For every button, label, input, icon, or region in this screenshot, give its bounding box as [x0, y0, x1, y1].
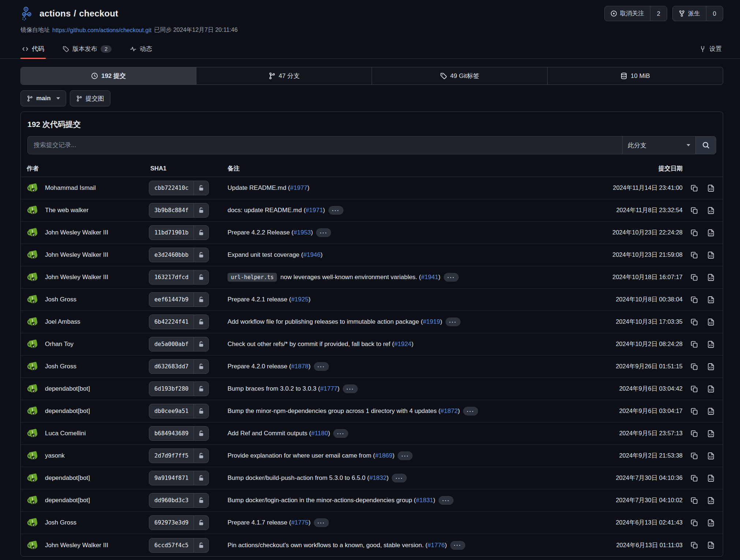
view-file-at-commit-icon[interactable]	[707, 274, 715, 281]
issue-link[interactable]: #1775	[291, 519, 308, 526]
copy-sha-icon[interactable]	[691, 274, 698, 281]
commit-sha-badge[interactable]: 2d7d9f7ff5	[149, 448, 209, 463]
commit-sha-badge[interactable]: 6d193bf280	[149, 382, 209, 396]
commit-message[interactable]: Add Ref and Commit outputs (#1180)	[228, 430, 330, 437]
issue-link[interactable]: #1831	[416, 497, 433, 504]
stat-branches[interactable]: 47 分支	[196, 67, 372, 84]
commit-sha-badge[interactable]: 11bd71901b	[149, 225, 209, 240]
issue-link[interactable]: #1776	[428, 542, 445, 549]
tab-activity[interactable]: 动态	[128, 40, 154, 59]
commit-message[interactable]: Prepare 4.2.2 Release (#1953)	[228, 229, 313, 236]
commit-search-input[interactable]	[28, 136, 622, 154]
commit-message[interactable]: Check out other refs/* by commit if prov…	[228, 341, 413, 348]
expand-commit-button[interactable]: ···	[450, 541, 465, 550]
unwatch-button[interactable]: 取消关注 2	[604, 6, 667, 21]
view-file-at-commit-icon[interactable]	[707, 251, 715, 259]
issue-link[interactable]: #1925	[291, 296, 308, 303]
commit-sha-badge[interactable]: e3d2460bbb	[149, 248, 209, 262]
commit-sha-badge[interactable]: dd960bd3c3	[149, 493, 209, 508]
copy-sha-icon[interactable]	[691, 430, 698, 437]
branch-selector[interactable]: main	[20, 90, 66, 106]
commit-message[interactable]: Add workflow file for publishing release…	[228, 318, 442, 326]
issue-link[interactable]: #1977	[290, 184, 307, 191]
expand-commit-button[interactable]: ···	[444, 273, 459, 282]
copy-sha-icon[interactable]	[691, 541, 698, 549]
issue-link[interactable]: #1953	[294, 229, 311, 236]
expand-commit-button[interactable]: ···	[316, 228, 331, 237]
fork-button[interactable]: 派生 0	[672, 6, 723, 21]
copy-sha-icon[interactable]	[691, 385, 698, 393]
issue-link[interactable]: #1872	[440, 407, 458, 414]
expand-commit-button[interactable]: ···	[333, 429, 348, 438]
commit-sha-badge[interactable]: 163217dfcd	[149, 270, 209, 285]
issue-link[interactable]: #1777	[320, 385, 337, 392]
view-file-at-commit-icon[interactable]	[707, 296, 715, 304]
expand-commit-button[interactable]: ···	[398, 451, 413, 460]
stat-tags[interactable]: 49 Git标签	[372, 67, 548, 84]
commit-message[interactable]: Provide explanation for where user email…	[228, 452, 394, 459]
view-file-at-commit-icon[interactable]	[707, 207, 715, 214]
repo-owner-link[interactable]: actions	[40, 8, 71, 18]
commit-sha-badge[interactable]: 3b9b8c884f	[149, 203, 209, 218]
repo-name-link[interactable]: checkout	[79, 8, 118, 18]
copy-sha-icon[interactable]	[691, 341, 698, 348]
commit-sha-badge[interactable]: b684943689	[149, 426, 209, 441]
issue-link[interactable]: #1180	[311, 430, 328, 437]
expand-commit-button[interactable]: ···	[463, 407, 478, 416]
commit-sha-badge[interactable]: 692973e3d9	[149, 515, 209, 530]
view-file-at-commit-icon[interactable]	[707, 341, 715, 348]
expand-commit-button[interactable]: ···	[392, 474, 407, 482]
copy-sha-icon[interactable]	[691, 363, 698, 371]
commit-message[interactable]: Prepare 4.2.1 release (#1925)	[228, 296, 311, 303]
copy-sha-icon[interactable]	[691, 474, 698, 482]
commit-message[interactable]: Bump docker/build-push-action from 5.3.0…	[228, 474, 388, 482]
commit-sha-badge[interactable]: 6ccd57f4c5	[149, 538, 209, 553]
tab-code[interactable]: 代码	[20, 40, 46, 59]
view-file-at-commit-icon[interactable]	[707, 519, 715, 527]
commit-sha-badge[interactable]: 9a9194f871	[149, 471, 209, 485]
commit-message[interactable]: Bump docker/login-action in the minor-ac…	[228, 497, 435, 504]
tab-settings[interactable]: 设置	[698, 40, 723, 59]
commit-sha-badge[interactable]: eef61447b9	[149, 292, 209, 307]
view-file-at-commit-icon[interactable]	[707, 452, 715, 460]
view-file-at-commit-icon[interactable]	[707, 363, 715, 371]
commit-graph-button[interactable]: 提交图	[70, 90, 110, 106]
stat-size[interactable]: 10 MiB	[548, 67, 723, 84]
copy-sha-icon[interactable]	[691, 229, 698, 237]
commit-sha-badge[interactable]: 6b42224f41	[149, 315, 209, 329]
copy-sha-icon[interactable]	[691, 318, 698, 326]
expand-commit-button[interactable]: ···	[446, 317, 461, 326]
view-file-at-commit-icon[interactable]	[707, 385, 715, 393]
issue-link[interactable]: #1941	[421, 274, 438, 281]
commit-message[interactable]: Bump braces from 3.0.2 to 3.0.3 (#1777)	[228, 385, 339, 392]
issue-link[interactable]: #1971	[306, 207, 323, 214]
copy-sha-icon[interactable]	[691, 497, 698, 504]
issue-link[interactable]: #1869	[375, 452, 392, 459]
view-file-at-commit-icon[interactable]	[707, 497, 715, 504]
view-file-at-commit-icon[interactable]	[707, 229, 715, 237]
commit-sha-badge[interactable]: d632683dd7	[149, 359, 209, 374]
view-file-at-commit-icon[interactable]	[707, 430, 715, 437]
copy-sha-icon[interactable]	[691, 296, 698, 304]
commit-sha-badge[interactable]: cbb722410c	[149, 181, 209, 195]
tab-releases[interactable]: 版本发布 2	[61, 40, 113, 59]
unwatch-button-main[interactable]: 取消关注	[605, 6, 650, 21]
search-button[interactable]	[695, 136, 716, 154]
copy-sha-icon[interactable]	[691, 251, 698, 259]
copy-sha-icon[interactable]	[691, 452, 698, 460]
expand-commit-button[interactable]: ···	[314, 518, 329, 527]
expand-commit-button[interactable]: ···	[343, 384, 358, 393]
expand-commit-button[interactable]: ···	[314, 362, 329, 371]
commit-message[interactable]: docs: update README.md (#1971)	[228, 207, 325, 214]
commit-sha-badge[interactable]: de5a000abf	[149, 337, 209, 352]
view-file-at-commit-icon[interactable]	[707, 318, 715, 326]
commit-message[interactable]: Prepare 4.1.7 release (#1775)	[228, 519, 311, 526]
view-file-at-commit-icon[interactable]	[707, 184, 715, 192]
copy-sha-icon[interactable]	[691, 207, 698, 214]
fork-button-main[interactable]: 派生	[673, 6, 706, 21]
commit-sha-badge[interactable]: db0cee9a51	[149, 404, 209, 418]
copy-sha-icon[interactable]	[691, 184, 698, 192]
issue-link[interactable]: #1946	[303, 251, 320, 258]
commit-message[interactable]: now leverages well-known environment var…	[280, 274, 440, 281]
view-file-at-commit-icon[interactable]	[707, 541, 715, 549]
